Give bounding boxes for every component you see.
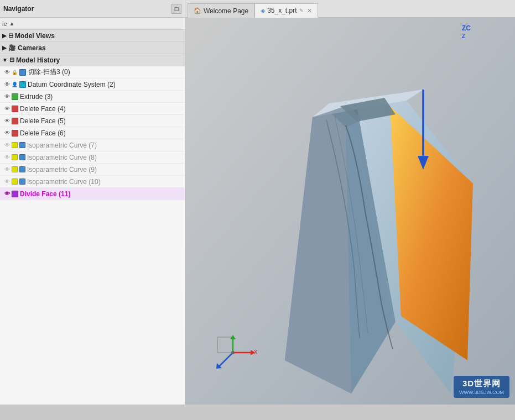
iso7-icon-b bbox=[19, 142, 25, 148]
tree-item-divide11[interactable]: 👁 Divide Face (11) bbox=[0, 188, 185, 200]
delete5-label: Delete Face (5) bbox=[20, 117, 183, 125]
eye-icon-3: 👁 bbox=[4, 93, 10, 99]
model-tab-modified: ✎ bbox=[299, 8, 304, 13]
iso8-label: Isoparametric Curve (8) bbox=[27, 154, 183, 161]
watermark-main: 3D世界网 bbox=[459, 379, 504, 389]
datum-label: Datum Coordinate System (2) bbox=[28, 81, 183, 88]
tab-bar: 🏠 Welcome Page ◈ 35_x_t.prt ✎ ✕ bbox=[185, 0, 515, 17]
collapse-button[interactable]: □ bbox=[171, 4, 181, 14]
watermark: 3D世界网 WWW.3DSJW.COM bbox=[454, 376, 509, 398]
tree-content: ▶ ⊟ Model Views ▶ 🎥 Cameras ▼ ⊟ Model Hi… bbox=[0, 30, 185, 405]
datum-icon bbox=[19, 81, 26, 88]
iso7-label: Isoparametric Curve (7) bbox=[27, 141, 183, 149]
iso8-icon-b bbox=[19, 154, 25, 160]
zc-text: ZC bbox=[462, 24, 471, 32]
viewport[interactable]: ZC Z X 3D世界网 WWW.3DSJW.COM bbox=[185, 18, 515, 405]
delete5-icon bbox=[12, 118, 18, 124]
eye-icon-4: 👁 bbox=[4, 106, 10, 112]
sweep-icon bbox=[19, 69, 26, 76]
tree-item-delete6[interactable]: 👁 Delete Face (6) bbox=[0, 127, 185, 139]
nav-sort-row: ie ▲ bbox=[0, 18, 185, 30]
tree-item-delete4[interactable]: 👁 Delete Face (4) bbox=[0, 103, 185, 115]
model-tab-close[interactable]: ✕ bbox=[307, 7, 312, 14]
divide11-label: Divide Face (11) bbox=[20, 190, 183, 198]
lock-icon-1: 🔒 bbox=[12, 70, 18, 75]
iso9-icon-a bbox=[12, 166, 18, 172]
model-tab-icon: ◈ bbox=[261, 7, 265, 14]
eye-icon-11: 👁 bbox=[4, 191, 10, 197]
tree-item-datum[interactable]: 👁 👤 Datum Coordinate System (2) bbox=[0, 78, 185, 91]
section-expand-icon: ▶ bbox=[2, 33, 7, 39]
tree-item-iso10[interactable]: 👁 Isoparametric Curve (10) bbox=[0, 176, 185, 188]
tree-item-sweep[interactable]: 👁 🔒 切除-扫描3 (0) bbox=[0, 66, 185, 78]
welcome-tab-icon: 🏠 bbox=[194, 7, 201, 14]
eye-icon-1: 👁 bbox=[4, 69, 10, 75]
model-tab-label: 35_x_t.prt bbox=[267, 7, 296, 14]
eye-icon-2: 👁 bbox=[4, 81, 10, 87]
eye-icon-8: 👁 bbox=[4, 154, 10, 160]
eye-icon-7: 👁 bbox=[4, 142, 10, 148]
section-label-mv: Model Views bbox=[15, 32, 55, 40]
eye-icon-5: 👁 bbox=[4, 118, 10, 124]
svg-text:X: X bbox=[254, 349, 257, 355]
history-expand-icon: ▼ bbox=[2, 57, 8, 63]
tab-welcome[interactable]: 🏠 Welcome Page bbox=[188, 3, 254, 18]
divide11-icon bbox=[12, 191, 18, 197]
tree-item-iso7[interactable]: 👁 Isoparametric Curve (7) bbox=[0, 139, 185, 151]
svg-point-18 bbox=[231, 351, 235, 354]
navigator-panel: ie ▲ ▶ ⊟ Model Views ▶ 🎥 Cameras ▼ ⊟ Mod… bbox=[0, 18, 185, 405]
iso10-icon-b bbox=[19, 179, 25, 185]
cameras-icon: 🎥 bbox=[8, 44, 16, 51]
eye-icon-6: 👁 bbox=[4, 130, 10, 136]
delete6-label: Delete Face (6) bbox=[20, 129, 183, 137]
sort-arrow[interactable]: ▲ bbox=[9, 20, 15, 27]
history-label: Model History bbox=[16, 56, 60, 64]
iso9-icon-b bbox=[19, 166, 25, 172]
sort-label: ie bbox=[2, 20, 7, 27]
delete4-label: Delete Face (4) bbox=[20, 105, 183, 113]
iso7-icon-a bbox=[12, 142, 18, 148]
section-model-views[interactable]: ▶ ⊟ Model Views bbox=[0, 30, 185, 42]
extrude-shape-icon bbox=[12, 93, 18, 100]
watermark-sub: WWW.3DSJW.COM bbox=[459, 390, 504, 395]
section-cameras[interactable]: ▶ 🎥 Cameras bbox=[0, 42, 185, 54]
welcome-tab-label: Welcome Page bbox=[204, 7, 248, 15]
iso9-label: Isoparametric Curve (9) bbox=[27, 166, 183, 174]
coord-zc-label: ZC Z bbox=[462, 24, 471, 40]
iso10-icon-a bbox=[12, 179, 18, 185]
delete6-icon bbox=[12, 130, 18, 136]
iso10-label: Isoparametric Curve (10) bbox=[27, 178, 183, 186]
navigator-controls: □ bbox=[171, 4, 181, 14]
cameras-label: Cameras bbox=[18, 44, 46, 52]
delete4-icon bbox=[12, 106, 18, 112]
svg-line-16 bbox=[219, 353, 233, 367]
datum-person-icon: 👤 bbox=[12, 82, 18, 87]
tree-item-extrude[interactable]: 👁 Extrude (3) bbox=[0, 91, 185, 103]
triad-svg: X bbox=[213, 333, 257, 377]
section-model-history[interactable]: ▼ ⊟ Model History bbox=[0, 54, 185, 66]
history-icon: ⊟ bbox=[9, 56, 14, 64]
tree-item-delete5[interactable]: 👁 Delete Face (5) bbox=[0, 115, 185, 127]
eye-icon-10: 👁 bbox=[4, 179, 10, 185]
tree-item-iso8[interactable]: 👁 Isoparametric Curve (8) bbox=[0, 151, 185, 164]
eye-icon-9: 👁 bbox=[4, 166, 10, 172]
section-icon-mv: ⊟ bbox=[8, 32, 13, 39]
extrude-label: Extrude (3) bbox=[20, 93, 183, 101]
cameras-expand-icon: ▶ bbox=[2, 45, 7, 51]
navigator-title: Navigator bbox=[3, 5, 34, 13]
sweep-label: 切除-扫描3 (0) bbox=[28, 67, 183, 77]
iso8-icon-a bbox=[12, 154, 18, 160]
svg-rect-10 bbox=[217, 337, 233, 353]
z-text: Z bbox=[462, 33, 465, 39]
tree-item-iso9[interactable]: 👁 Isoparametric Curve (9) bbox=[0, 164, 185, 176]
tab-model[interactable]: ◈ 35_x_t.prt ✎ ✕ bbox=[254, 3, 318, 18]
